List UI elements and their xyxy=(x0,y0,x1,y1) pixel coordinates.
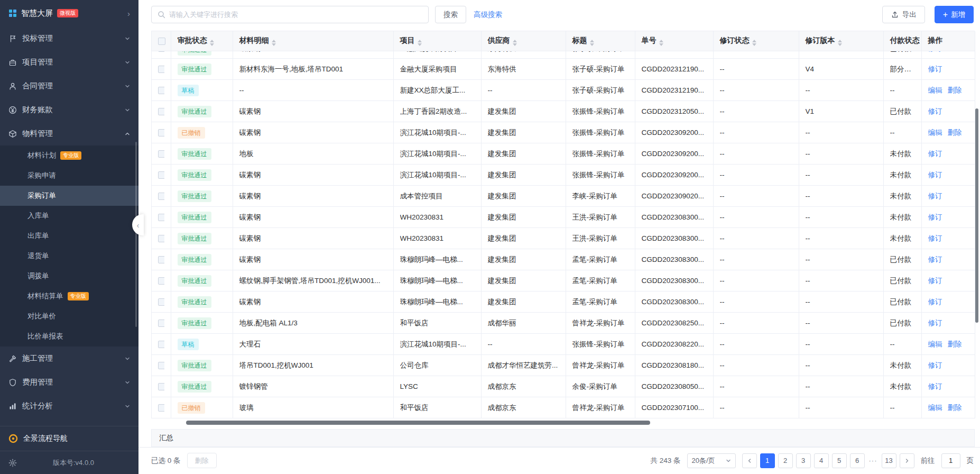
sidebar-item[interactable]: 投标管理 xyxy=(0,26,138,50)
sidebar-subitem[interactable]: 入库单 xyxy=(0,206,138,226)
search-button[interactable]: 搜索 xyxy=(435,6,466,23)
select-all-checkbox[interactable] xyxy=(158,38,165,45)
row-checkbox[interactable] xyxy=(158,341,164,348)
row-checkbox[interactable] xyxy=(158,383,164,390)
revise-link[interactable]: 修订 xyxy=(928,382,942,390)
column-header-title[interactable]: 标题 xyxy=(566,31,635,51)
sidebar-subitem[interactable]: 调拨单 xyxy=(0,266,138,286)
sidebar-subitem[interactable]: 退货单 xyxy=(0,246,138,266)
column-header-revisionVersion[interactable]: 修订版本 xyxy=(799,31,883,51)
sort-icon[interactable] xyxy=(659,40,663,46)
sidebar-item[interactable]: 项目管理 xyxy=(0,50,138,74)
edit-link[interactable]: 编辑 xyxy=(928,129,942,136)
vertical-scrollbar-thumb[interactable] xyxy=(975,108,978,323)
column-header-payStatus[interactable]: 付款状态 xyxy=(883,31,921,51)
page-button-6[interactable]: 6 xyxy=(850,453,865,468)
sidebar-item[interactable]: 合同管理 xyxy=(0,74,138,98)
row-checkbox[interactable] xyxy=(158,320,164,327)
row-checkbox[interactable] xyxy=(158,404,164,412)
row-checkbox[interactable] xyxy=(158,129,164,136)
revise-link[interactable]: 修订 xyxy=(928,107,942,115)
sort-icon[interactable] xyxy=(210,40,214,46)
row-checkbox[interactable] xyxy=(158,362,164,369)
sidebar-subitem[interactable]: 出库单 xyxy=(0,226,138,246)
row-checkbox[interactable] xyxy=(158,171,164,179)
page-button-2[interactable]: 2 xyxy=(778,453,793,468)
revise-link[interactable]: 修订 xyxy=(928,234,942,242)
sort-icon[interactable] xyxy=(272,40,276,46)
sidebar-item[interactable]: 财务账款 xyxy=(0,98,138,122)
sort-icon[interactable] xyxy=(513,40,517,46)
sidebar-subitem[interactable]: 材料计划专业版 xyxy=(0,145,138,166)
delete-button[interactable]: 删除 xyxy=(187,453,217,468)
row-checkbox[interactable] xyxy=(158,277,164,285)
revise-link[interactable]: 修订 xyxy=(928,171,942,179)
page-button-13[interactable]: 13 xyxy=(882,453,896,468)
sort-icon[interactable] xyxy=(838,40,842,46)
sidebar-item[interactable]: 费用管理 xyxy=(0,370,138,394)
sidebar-item[interactable]: 统计分析 xyxy=(0,394,138,418)
row-checkbox[interactable] xyxy=(158,108,164,115)
row-checkbox[interactable] xyxy=(158,193,164,200)
revise-link[interactable]: 修订 xyxy=(928,256,942,263)
column-header-revisionStatus[interactable]: 修订状态 xyxy=(713,31,799,51)
sidebar-subitem[interactable]: 采购申请 xyxy=(0,166,138,186)
column-header-material[interactable]: 材料明细 xyxy=(233,31,393,51)
page-size-select[interactable]: 20条/页 xyxy=(687,453,736,468)
gear-icon[interactable] xyxy=(8,459,17,467)
sidebar-item[interactable]: 物料管理 xyxy=(0,122,138,145)
column-header-actions[interactable]: 操作 xyxy=(921,31,975,51)
sort-icon[interactable] xyxy=(752,40,756,46)
sidebar-logo[interactable]: 智慧大屏 微视版 › xyxy=(0,0,138,26)
row-checkbox[interactable] xyxy=(158,214,164,221)
advanced-search-link[interactable]: 高级搜索 xyxy=(474,10,502,20)
row-checkbox[interactable] xyxy=(158,256,164,263)
delete-link[interactable]: 删除 xyxy=(948,86,962,94)
export-button[interactable]: 导出 xyxy=(882,6,925,23)
column-header-orderNo[interactable]: 单号 xyxy=(635,31,713,51)
revise-link[interactable]: 修订 xyxy=(928,65,942,73)
sort-icon[interactable] xyxy=(418,40,422,46)
edit-link[interactable]: 编辑 xyxy=(928,86,942,94)
page-button-5[interactable]: 5 xyxy=(832,453,847,468)
sidebar-subitem[interactable]: 比价单报表 xyxy=(0,326,138,347)
row-checkbox[interactable] xyxy=(158,150,164,158)
delete-link[interactable]: 删除 xyxy=(948,340,962,348)
column-header-status[interactable]: 审批状态 xyxy=(171,31,233,51)
revise-link[interactable]: 修订 xyxy=(928,192,942,200)
revise-link[interactable]: 修订 xyxy=(928,319,942,327)
sidebar-subitem[interactable]: 对比单价 xyxy=(0,306,138,326)
sidebar-scrollbar[interactable] xyxy=(135,142,137,327)
row-checkbox[interactable] xyxy=(158,87,164,94)
sidebar-subitem[interactable]: 采购订单 xyxy=(0,186,138,206)
horizontal-scrollbar-thumb[interactable] xyxy=(186,421,650,425)
page-button-4[interactable]: 4 xyxy=(814,453,829,468)
prev-page-button[interactable] xyxy=(742,453,757,468)
revise-link[interactable]: 修订 xyxy=(928,213,942,221)
row-checkbox[interactable] xyxy=(158,235,164,242)
revise-link[interactable]: 修订 xyxy=(928,51,942,53)
row-checkbox[interactable] xyxy=(158,298,164,306)
column-header-supplier[interactable]: 供应商 xyxy=(481,31,566,51)
revise-link[interactable]: 修订 xyxy=(928,298,942,306)
sidebar-item[interactable]: 施工管理 xyxy=(0,347,138,370)
page-button-3[interactable]: 3 xyxy=(796,453,811,468)
edit-link[interactable]: 编辑 xyxy=(928,404,942,412)
revise-link[interactable]: 修订 xyxy=(928,361,942,369)
sort-icon[interactable] xyxy=(590,40,594,46)
column-header-project[interactable]: 项目 xyxy=(393,31,481,51)
revise-link[interactable]: 修订 xyxy=(928,277,942,285)
edit-link[interactable]: 编辑 xyxy=(928,340,942,348)
delete-link[interactable]: 删除 xyxy=(948,129,962,136)
panorama-flow-nav-item[interactable]: 全景流程导航 xyxy=(0,426,138,451)
row-checkbox[interactable] xyxy=(158,66,164,73)
delete-link[interactable]: 删除 xyxy=(948,404,962,412)
sidebar-subitem[interactable]: 材料结算单专业版 xyxy=(0,286,138,306)
goto-page-input[interactable] xyxy=(941,453,960,468)
keyword-search-input[interactable] xyxy=(169,11,423,19)
next-page-button[interactable] xyxy=(900,453,914,468)
row-checkbox[interactable] xyxy=(158,51,164,52)
revise-link[interactable]: 修订 xyxy=(928,150,942,158)
add-button[interactable]: + 新增 xyxy=(935,6,974,23)
page-button-1[interactable]: 1 xyxy=(760,453,775,468)
